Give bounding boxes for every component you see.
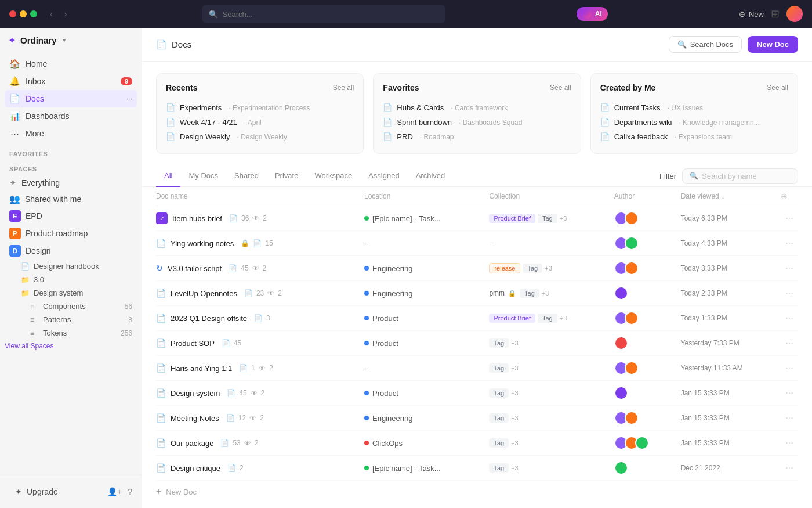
sidebar-item-inbox[interactable]: 🔔 Inbox 9 — [5, 73, 137, 90]
date-cell: Today 6:33 PM — [681, 214, 781, 222]
date-cell: Jan 15 3:33 PM — [681, 414, 781, 422]
sidebar-item-design[interactable]: D Design — [5, 242, 137, 260]
col-header-date[interactable]: Date viewed ↓ — [681, 192, 781, 200]
doc-icon: 📄 — [156, 388, 166, 398]
sidebar-item-more[interactable]: ⋯ More — [5, 125, 137, 142]
row-more-button[interactable]: ··· — [781, 363, 798, 373]
search-by-name-placeholder: Search by name — [702, 172, 757, 181]
avatar — [625, 211, 639, 225]
created-by-me-header: Created by Me See all — [600, 83, 788, 92]
global-search-input[interactable] — [223, 10, 438, 19]
doc-name: Product SOP — [171, 339, 215, 348]
tab-private[interactable]: Private — [267, 165, 306, 187]
upgrade-button[interactable]: ✦ Upgrade — [9, 482, 64, 501]
search-docs-button[interactable]: 🔍 Search Docs — [669, 36, 742, 53]
new-doc-button[interactable]: New Doc — [748, 36, 798, 53]
filter-button[interactable]: Filter — [654, 167, 682, 185]
doc-name: Ying working notes — [171, 239, 234, 248]
list-item[interactable]: 📄 Experiments · Experimentation Process — [166, 100, 354, 115]
list-item[interactable]: 📄 Departments wiki · Knowledge managemn.… — [600, 115, 788, 129]
tree-item-design-system[interactable]: 📁 Design system — [5, 286, 137, 300]
table-row[interactable]: 📄 Design critique 📄2 [Epic name] - Task.… — [156, 456, 798, 481]
ai-label: AI — [595, 10, 602, 18]
table-row[interactable]: ✓ Item hubs brief 📄36 👁2 [Epic name] - T… — [156, 206, 798, 231]
tag-more: +3 — [511, 390, 519, 397]
list-item[interactable]: 📄 PRD · Roadmap — [383, 129, 571, 144]
table-row[interactable]: 📄 Product SOP 📄45 Product Tag +3 — [156, 331, 798, 356]
sidebar-item-home[interactable]: 🏠 Home — [5, 55, 137, 73]
sidebar-item-everything[interactable]: ✦ Everything — [5, 175, 137, 191]
table-row[interactable]: 📄 Meeting Notes 📄12 👁2 Engineering Tag +… — [156, 406, 798, 431]
sidebar-item-dashboards[interactable]: 📊 Dashboards — [5, 107, 137, 125]
list-item[interactable]: 📄 Design Weekly · Design Weekly — [166, 129, 354, 144]
row-more-button[interactable]: ··· — [781, 238, 798, 248]
list-item[interactable]: 📄 Sprint burndown · Dashboards Squad — [383, 115, 571, 129]
row-more-button[interactable]: ··· — [781, 263, 798, 273]
row-more-button[interactable]: ··· — [781, 438, 798, 448]
maximize-dot[interactable] — [30, 10, 37, 17]
viewer-icon: 👁 — [267, 289, 274, 297]
tab-workspace[interactable]: Workspace — [306, 165, 360, 187]
row-more-button[interactable]: ··· — [781, 388, 798, 398]
row-more-button[interactable]: ··· — [781, 413, 798, 423]
collection-cell: – — [489, 239, 614, 248]
apps-grid-icon[interactable]: ⊞ — [771, 8, 780, 20]
tree-item-patterns[interactable]: ≡ Patterns 8 — [5, 313, 137, 326]
new-doc-row[interactable]: + New Doc — [156, 481, 798, 503]
tab-all[interactable]: All — [156, 165, 180, 187]
user-avatar-top[interactable] — [786, 6, 803, 22]
help-icon[interactable]: ? — [128, 487, 132, 496]
list-item[interactable]: 📄 Calixa feedback · Expansions team — [600, 129, 788, 144]
table-row[interactable]: 📄 Design system 📄45 👁2 Product Tag +3 — [156, 381, 798, 406]
doc-name-cell: 📄 2023 Q1 Design offsite 📄3 — [156, 314, 364, 323]
tab-mydocs[interactable]: My Docs — [180, 165, 226, 187]
row-more-button[interactable]: ··· — [781, 213, 798, 224]
table-row[interactable]: ↻ V3.0 tailor script 📄45 👁2 Engineering … — [156, 256, 798, 281]
item-sub: · Roadmap — [420, 133, 454, 141]
created-by-me-see-all[interactable]: See all — [767, 84, 788, 92]
docs-more-icon[interactable]: ··· — [126, 95, 132, 103]
table-row[interactable]: 📄 Haris and Ying 1:1 📄1 👁2 – Tag +3 — [156, 356, 798, 381]
global-search[interactable]: 🔍 — [202, 5, 445, 23]
tree-item-tokens[interactable]: ≡ Tokens 256 — [5, 326, 137, 340]
tree-item-handbook[interactable]: 📄 Designer handbook — [5, 260, 137, 273]
sidebar-item-shared[interactable]: 👥 Shared with me — [5, 191, 137, 207]
list-item[interactable]: 📄 Current Tasks · UX Issues — [600, 100, 788, 115]
row-more-button[interactable]: ··· — [781, 288, 798, 298]
page-icon: 📄 — [220, 439, 229, 447]
sidebar-item-product[interactable]: P Product roadmap — [5, 225, 137, 242]
home-icon: 🏠 — [9, 59, 20, 69]
sidebar-item-docs[interactable]: 📄 Docs ··· — [5, 90, 137, 107]
sidebar-item-epd[interactable]: E EPD — [5, 207, 137, 225]
tree-item-components[interactable]: ≡ Components 56 — [5, 300, 137, 313]
tree-item-30[interactable]: 📁 3.0 — [5, 273, 137, 286]
search-by-name[interactable]: 🔍 Search by name — [682, 168, 798, 184]
ai-button[interactable]: AI — [577, 7, 608, 21]
table-row[interactable]: 📄 2023 Q1 Design offsite 📄3 Product Prod… — [156, 306, 798, 331]
table-row[interactable]: 📄 Ying working notes 🔒 📄15 – – — [156, 231, 798, 256]
view-all-spaces[interactable]: View all Spaces — [0, 340, 142, 352]
row-more-button[interactable]: ··· — [781, 338, 798, 348]
favorites-see-all[interactable]: See all — [550, 84, 571, 92]
tag-product-brief: Product Brief — [489, 314, 535, 323]
workspace-header[interactable]: ✦ Ordinary ▾ — [0, 28, 142, 53]
forward-arrow[interactable]: › — [61, 8, 71, 20]
close-dot[interactable] — [9, 10, 16, 17]
recents-see-all[interactable]: See all — [333, 84, 354, 92]
add-member-icon[interactable]: 👤+ — [107, 487, 122, 496]
table-row[interactable]: 📄 LevelUp Opennotes 📄23 👁2 Engineering p… — [156, 281, 798, 306]
tag-more: +3 — [511, 415, 519, 421]
list-item[interactable]: 📄 Hubs & Cards · Cards framework — [383, 100, 571, 115]
list-item[interactable]: 📄 Week 4/17 - 4/21 · April — [166, 115, 354, 129]
minimize-dot[interactable] — [20, 10, 27, 17]
viewer-icon: 👁 — [251, 389, 258, 397]
tab-archived[interactable]: Archived — [408, 165, 454, 187]
back-arrow[interactable]: ‹ — [46, 8, 56, 20]
table-row[interactable]: 📄 Our package 📄53 👁2 ClickOps Tag +3 — [156, 431, 798, 456]
row-more-button[interactable]: ··· — [781, 313, 798, 323]
row-more-button[interactable]: ··· — [781, 463, 798, 473]
add-column-icon[interactable]: ⊕ — [781, 192, 788, 201]
tab-shared[interactable]: Shared — [226, 165, 267, 187]
new-button-top[interactable]: ⊕ New — [739, 10, 764, 19]
tab-assigned[interactable]: Assigned — [360, 165, 407, 187]
